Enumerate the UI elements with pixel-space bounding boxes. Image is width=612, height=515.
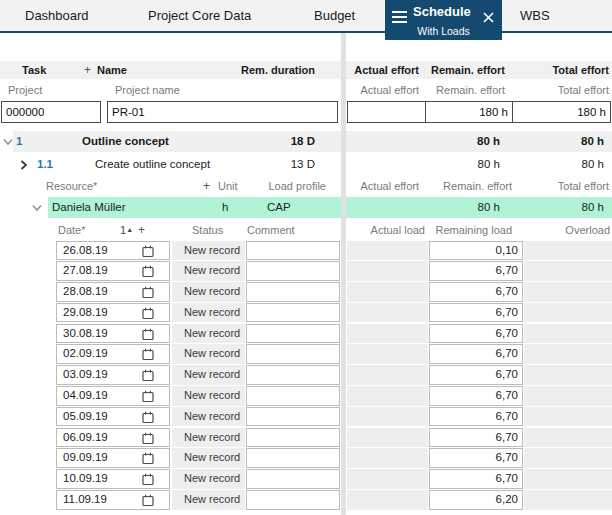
comment-field[interactable]	[246, 241, 340, 261]
task-row-1[interactable]: 1 Outline concept 18 D 80 h 80 h	[0, 131, 612, 152]
remaining-load-field[interactable]: 6,70	[429, 282, 523, 302]
load-row: 30.08.19 New record 6,70	[0, 323, 612, 344]
col-unit: Unit	[218, 177, 238, 195]
resource-remain-effort: 80 h	[478, 197, 500, 218]
overload-cell	[524, 324, 612, 344]
date-field[interactable]: 30.08.19	[56, 324, 170, 344]
remaining-load-field[interactable]: 6,70	[429, 303, 523, 323]
status-cell: New record	[172, 448, 245, 468]
sort-indicator[interactable]: 1▲	[120, 221, 133, 239]
comment-field[interactable]	[246, 490, 340, 510]
add-load-row-button[interactable]: +	[138, 221, 145, 239]
close-icon[interactable]	[483, 9, 494, 20]
comment-field[interactable]	[246, 261, 340, 281]
comment-field[interactable]	[246, 365, 340, 385]
task-rem-duration: 18 D	[291, 131, 315, 152]
date-field[interactable]: 03.09.19	[56, 365, 170, 385]
col-rem-duration: Rem. duration	[241, 61, 315, 79]
load-row: 05.09.19 New record 6,70	[0, 406, 612, 427]
chevron-down-icon[interactable]	[3, 138, 13, 146]
comment-field[interactable]	[246, 386, 340, 406]
date-field[interactable]: 29.08.19	[56, 303, 170, 323]
resource-header: Resource* + Unit Load profile Actual eff…	[0, 177, 612, 195]
remaining-load-field[interactable]: 6,70	[429, 324, 523, 344]
remaining-load-field[interactable]: 6,70	[429, 386, 523, 406]
remaining-load-field[interactable]: 6,70	[429, 428, 523, 448]
actual-load-cell	[347, 365, 428, 385]
remaining-load-field[interactable]: 6,70	[429, 469, 523, 489]
col-total-effort: Total effort	[552, 61, 609, 79]
task-name: Outline concept	[82, 131, 169, 152]
tab-wbs[interactable]: WBS	[520, 0, 550, 31]
col-status: Status	[192, 221, 223, 239]
comment-field[interactable]	[246, 303, 340, 323]
calendar-icon[interactable]	[142, 494, 154, 513]
date-field[interactable]: 28.08.19	[56, 282, 170, 302]
date-field[interactable]: 06.09.19	[56, 428, 170, 448]
status-cell: New record	[172, 344, 245, 364]
load-row: 02.09.19 New record 6,70	[0, 344, 612, 365]
actual-load-cell	[347, 386, 428, 406]
task-row-1-1[interactable]: 1.1 Create outline concept 13 D 80 h 80 …	[0, 154, 612, 175]
overload-cell	[524, 428, 612, 448]
remaining-load-field[interactable]: 6,70	[429, 365, 523, 385]
remaining-load-field[interactable]: 6,70	[429, 448, 523, 468]
tab-schedule-active[interactable]: Schedule With Loads	[385, 0, 502, 40]
comment-field[interactable]	[246, 282, 340, 302]
overload-cell	[524, 448, 612, 468]
comment-field[interactable]	[246, 428, 340, 448]
tab-project-core-data[interactable]: Project Core Data	[148, 0, 251, 31]
project-remain-effort-value: 180 h	[425, 102, 512, 122]
remaining-load-field[interactable]: 6,70	[429, 407, 523, 427]
comment-field[interactable]	[246, 324, 340, 344]
load-row: 26.08.19 New record 0,10	[0, 240, 612, 261]
task-name: Create outline concept	[95, 154, 210, 175]
comment-field[interactable]	[246, 469, 340, 489]
resource-total-effort: 80 h	[582, 197, 604, 218]
col-load-profile: Load profile	[269, 177, 327, 195]
comment-field[interactable]	[246, 344, 340, 364]
chevron-down-icon[interactable]	[32, 204, 42, 212]
date-field[interactable]: 26.08.19	[56, 241, 170, 261]
project-actual-effort-field[interactable]	[348, 102, 425, 122]
date-field[interactable]: 04.09.19	[56, 386, 170, 406]
date-field[interactable]: 10.09.19	[56, 469, 170, 489]
date-field[interactable]: 09.09.19	[56, 448, 170, 468]
col-actual-load: Actual load	[371, 221, 425, 239]
overload-cell	[524, 365, 612, 385]
date-field[interactable]: 02.09.19	[56, 344, 170, 364]
col-actual-effort: Actual effort	[361, 177, 420, 195]
remaining-load-field[interactable]: 6,70	[429, 261, 523, 281]
remaining-load-field[interactable]: 6,20	[429, 490, 523, 510]
status-cell: New record	[172, 365, 245, 385]
comment-field[interactable]	[246, 407, 340, 427]
remaining-load-field[interactable]: 0,10	[429, 241, 523, 261]
col-date: Date*	[58, 221, 86, 239]
date-field[interactable]: 05.09.19	[56, 407, 170, 427]
date-field[interactable]: 27.08.19	[56, 261, 170, 281]
resource-load-profile: CAP	[267, 197, 291, 218]
add-resource-button[interactable]: +	[203, 177, 210, 195]
load-row: 06.09.19 New record 6,70	[0, 427, 612, 448]
chevron-right-icon[interactable]	[20, 160, 28, 170]
tab-budget[interactable]: Budget	[314, 0, 355, 31]
project-id-field[interactable]: 000000	[1, 101, 101, 123]
sort-asc-icon: ▲	[126, 221, 133, 239]
project-effort-group: 180 h 180 h	[347, 101, 611, 123]
tab-dashboard[interactable]: Dashboard	[25, 0, 89, 31]
task-number: 1.1	[37, 154, 53, 175]
comment-field[interactable]	[246, 448, 340, 468]
project-name-field[interactable]: PR-01	[107, 101, 338, 123]
remaining-load-field[interactable]: 6,70	[429, 344, 523, 364]
col-remaining-load: Remaining load	[436, 221, 512, 239]
menu-icon[interactable]	[392, 11, 407, 23]
tab-schedule-sublabel: With Loads	[385, 25, 502, 37]
project-subheader: Project Project name Actual effort Remai…	[0, 81, 612, 99]
add-column-button[interactable]: +	[84, 61, 91, 79]
tab-schedule-label: Schedule	[413, 4, 471, 19]
date-field[interactable]: 11.09.19	[56, 490, 170, 510]
actual-load-cell	[347, 428, 428, 448]
resource-row[interactable]: Daniela Müller h CAP 80 h 80 h	[0, 197, 612, 218]
overload-cell	[524, 241, 612, 261]
status-cell: New record	[172, 428, 245, 448]
